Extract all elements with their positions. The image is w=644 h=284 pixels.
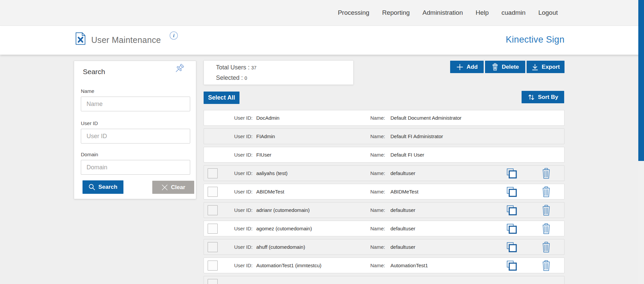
sort-arrows-icon xyxy=(528,94,535,101)
user-maintenance-icon xyxy=(75,32,86,45)
user-id-value: agomez (cutomedomain) xyxy=(256,221,312,236)
svg-text:i: i xyxy=(173,33,175,38)
search-panel-title: Search xyxy=(83,68,105,76)
search-button-label: Search xyxy=(98,184,117,190)
name-label: Name: xyxy=(370,221,385,236)
summary-card: Total Users : 37 Selected : 0 xyxy=(204,60,354,85)
user-id-value: ABIDMeTest xyxy=(256,184,284,199)
user-id-value: FIAdmin xyxy=(256,129,275,144)
copy-user-icon[interactable] xyxy=(506,205,517,216)
name-value: ABIDMeTest xyxy=(390,184,418,199)
copy-user-icon[interactable] xyxy=(506,260,517,271)
delete-user-icon[interactable] xyxy=(542,260,551,271)
nav-item-administration[interactable]: Administration xyxy=(423,9,463,16)
name-label: Name: xyxy=(370,239,385,254)
nav-item-reporting[interactable]: Reporting xyxy=(382,9,410,16)
domain-input[interactable] xyxy=(81,160,190,175)
name-value: defaultuser xyxy=(390,166,415,181)
table-row[interactable]: User ID: FIAdmin Name: Default FI Admini… xyxy=(204,128,565,144)
pin-icon[interactable] xyxy=(173,63,186,76)
row-checkbox[interactable] xyxy=(208,224,218,234)
name-label: Name: xyxy=(370,166,385,181)
user-id-label: User ID: xyxy=(234,129,253,144)
name-label: Name: xyxy=(370,184,385,199)
name-label: Name: xyxy=(370,203,385,218)
user-id-label: User ID: xyxy=(234,147,253,162)
user-id-value: AutomationTest1 (immtestcu) xyxy=(256,258,321,273)
table-row[interactable] xyxy=(204,276,565,284)
table-row[interactable]: User ID: adrianr (cutomedomain) Name: de… xyxy=(204,202,565,218)
export-button-label: Export xyxy=(542,64,560,70)
user-id-input[interactable] xyxy=(81,129,190,144)
search-button[interactable]: Search xyxy=(83,180,123,194)
select-all-button[interactable]: Select All xyxy=(204,92,239,104)
selected-line: Selected : 0 xyxy=(216,74,247,81)
delete-user-icon[interactable] xyxy=(542,168,551,179)
top-navbar: Processing Reporting Administration Help… xyxy=(0,0,644,26)
info-icon[interactable]: i xyxy=(169,31,178,40)
user-list: User ID: DocAdmin Name: Default Document… xyxy=(204,110,565,284)
table-row[interactable]: User ID: FIUser Name: Default FI User xyxy=(204,147,565,163)
name-value: Default FI Administrator xyxy=(390,129,443,144)
nav-item-help[interactable]: Help xyxy=(476,9,489,16)
export-button[interactable]: Export xyxy=(527,61,565,73)
total-users-line: Total Users : 37 xyxy=(216,64,257,71)
download-icon xyxy=(531,63,539,71)
table-row[interactable]: User ID: ahuff (cutomedomain) Name: defa… xyxy=(204,239,565,255)
row-checkbox[interactable] xyxy=(208,168,218,178)
user-id-value: adrianr (cutomedomain) xyxy=(256,203,310,218)
brand-kinective-sign: Kinective Sign xyxy=(506,35,565,45)
name-label: Name: xyxy=(370,147,385,162)
user-maintenance-page: Processing Reporting Administration Help… xyxy=(0,0,644,284)
add-button[interactable]: Add xyxy=(450,61,484,73)
nav-item-logout[interactable]: Logout xyxy=(538,9,558,16)
table-row[interactable]: User ID: ABIDMeTest Name: ABIDMeTest xyxy=(204,184,565,200)
table-row[interactable]: User ID: aaliyahs (test) Name: defaultus… xyxy=(204,165,565,181)
table-row[interactable]: User ID: agomez (cutomedomain) Name: def… xyxy=(204,221,565,236)
name-label: Name: xyxy=(370,129,385,144)
scrollbar-thumb[interactable] xyxy=(638,0,644,161)
name-field-label: Name xyxy=(81,88,94,94)
row-checkbox[interactable] xyxy=(208,279,218,284)
search-panel: Search Name User ID Domain xyxy=(74,61,196,199)
copy-user-icon[interactable] xyxy=(506,168,517,179)
sort-by-button[interactable]: Sort By xyxy=(522,91,564,103)
copy-user-icon[interactable] xyxy=(506,241,517,252)
sort-by-label: Sort By xyxy=(538,94,558,101)
row-checkbox[interactable] xyxy=(208,187,218,197)
name-value: defaultuser xyxy=(390,203,415,218)
row-checkbox[interactable] xyxy=(208,205,218,215)
domain-field-label: Domain xyxy=(81,152,98,157)
delete-user-icon[interactable] xyxy=(542,241,551,252)
copy-user-icon[interactable] xyxy=(506,223,517,234)
trash-icon xyxy=(491,63,499,71)
plus-icon xyxy=(456,63,464,71)
clear-x-icon xyxy=(161,184,168,191)
name-value: defaultuser xyxy=(390,239,415,254)
total-users-label: Total Users : xyxy=(216,64,251,71)
page-scrollbar xyxy=(638,0,644,284)
select-all-label: Select All xyxy=(208,94,235,101)
name-value: Default Document Administrator xyxy=(390,110,462,125)
table-row[interactable]: User ID: DocAdmin Name: Default Document… xyxy=(204,110,565,126)
row-checkbox[interactable] xyxy=(208,261,218,271)
name-value: Default FI User xyxy=(390,147,424,162)
name-input[interactable] xyxy=(81,97,190,111)
user-id-value: ahuff (cutomedomain) xyxy=(256,239,305,254)
nav-item-user-cuadmin[interactable]: cuadmin xyxy=(501,9,526,16)
copy-user-icon[interactable] xyxy=(506,186,517,197)
delete-user-icon[interactable] xyxy=(542,205,551,216)
delete-user-icon[interactable] xyxy=(542,186,551,197)
user-id-label: User ID: xyxy=(234,184,253,199)
delete-user-icon[interactable] xyxy=(542,223,551,234)
name-label: Name: xyxy=(370,110,385,125)
nav-item-processing[interactable]: Processing xyxy=(338,9,369,16)
total-users-value: 37 xyxy=(251,65,257,70)
delete-button[interactable]: Delete xyxy=(485,61,525,73)
row-checkbox[interactable] xyxy=(208,242,218,252)
name-value: AutomationTest1 xyxy=(390,258,428,273)
add-button-label: Add xyxy=(467,64,478,70)
search-icon xyxy=(89,184,95,190)
table-row[interactable]: User ID: AutomationTest1 (immtestcu) Nam… xyxy=(204,258,565,273)
clear-button[interactable]: Clear xyxy=(152,181,194,194)
